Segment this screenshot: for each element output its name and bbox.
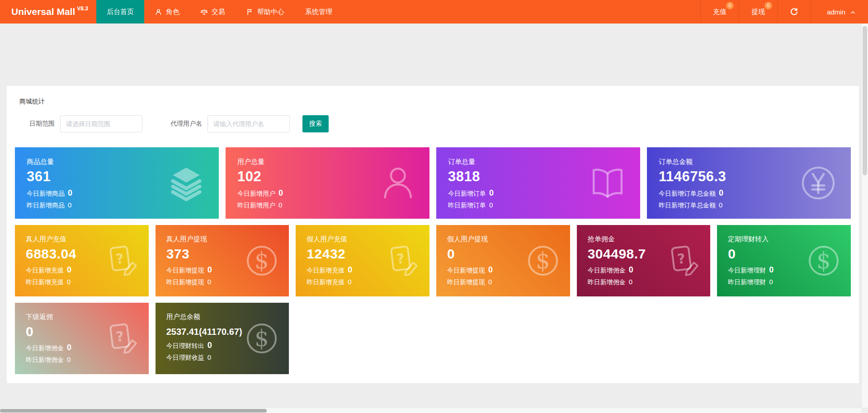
card-today-value: 0	[629, 265, 633, 275]
card-today-value: 0	[769, 265, 774, 275]
panel-title: 商城统计	[19, 97, 851, 106]
card-today-value: 0	[67, 265, 71, 275]
card-yesterday-label: 昨日新增佣金	[588, 278, 626, 286]
card-today-label: 今日新增理财	[728, 267, 766, 275]
svg-text:?: ?	[677, 250, 687, 267]
scales-icon	[200, 8, 208, 16]
svg-text:$: $	[536, 248, 550, 274]
header-action-label: 提现	[751, 8, 765, 16]
vertical-scrollbar-thumb[interactable]	[863, 26, 867, 175]
user-menu[interactable]: admin	[811, 0, 868, 23]
badge: 0	[764, 2, 772, 9]
card-yesterday-value: 0	[208, 278, 211, 286]
card-yesterday-label: 今日理财收益	[166, 354, 204, 362]
header-action-recharge[interactable]: 充值 0	[700, 0, 739, 23]
card-today-label: 今日新增佣金	[26, 344, 64, 352]
nav-item-roles[interactable]: 角色	[144, 0, 190, 23]
yen-icon	[798, 163, 838, 203]
doc-icon: ?	[104, 320, 140, 357]
card-yesterday-value: 0	[629, 278, 632, 286]
card-today-label: 今日新增用户	[237, 190, 275, 198]
card-yesterday-label: 昨日新增商品	[27, 202, 65, 210]
card-yesterday-label: 昨日新增提现	[166, 278, 204, 286]
agent-name-input[interactable]	[208, 115, 290, 132]
card-yesterday-line: 昨日新增提现 0	[447, 278, 559, 286]
date-range-label: 日期范围	[29, 120, 55, 128]
main-nav: 后台首页 角色 交易 帮助中心 系统管理	[96, 0, 343, 23]
nav-item-label: 角色	[166, 8, 179, 16]
card-today-label: 今日新增提现	[166, 267, 204, 275]
doc-icon: ?	[665, 243, 701, 279]
card-yesterday-value: 0	[208, 353, 211, 361]
card-yesterday-value: 0	[67, 278, 71, 286]
card-yesterday-label: 昨日新增充值	[26, 278, 64, 286]
card-yesterday-label: 昨日新增用户	[237, 202, 275, 210]
chevron-up-icon	[849, 8, 856, 16]
card-today-label: 今日新增商品	[27, 190, 65, 198]
card-yesterday-label: 昨日新增提现	[447, 278, 485, 286]
card-yesterday-line: 昨日新增充值 0	[26, 278, 138, 286]
user-icon	[155, 8, 162, 16]
horizontal-scrollbar-thumb[interactable]	[0, 409, 267, 413]
card-yesterday-line: 昨日新增理财 0	[728, 278, 840, 286]
card-today-value: 0	[68, 188, 72, 198]
top-header: Universal Mall V8.3 后台首页 角色 交易 帮助中心 系统管理…	[0, 0, 868, 23]
nav-item-system[interactable]: 系统管理	[295, 0, 343, 23]
card-today-label: 今日新增充值	[26, 267, 64, 275]
date-range-input[interactable]	[60, 115, 142, 132]
stat-card-grid: 商品总量 361 今日新增商品 0 昨日新增商品 0 用户总量 102 今日新增…	[15, 147, 851, 374]
app-title: Universal Mall	[11, 6, 75, 17]
card-yesterday-value: 0	[488, 278, 492, 286]
dollar-icon: $	[244, 320, 280, 357]
card-orders-total: 订单总量 3818 今日新增订单 0 昨日新增订单 0	[436, 147, 640, 219]
card-yesterday-value: 0	[348, 278, 351, 286]
layers-icon	[166, 163, 206, 203]
svg-text:$: $	[255, 248, 269, 274]
badge: 0	[726, 2, 734, 9]
card-today-value: 0	[348, 265, 352, 275]
user-icon	[377, 163, 417, 203]
card-yesterday-value: 0	[278, 201, 282, 209]
agent-name-label: 代理用户名	[170, 120, 202, 128]
header-action-withdraw[interactable]: 提现 0	[739, 0, 777, 23]
svg-text:?: ?	[396, 250, 406, 267]
card-yesterday-line: 昨日新增充值 0	[307, 278, 419, 286]
nav-item-trade[interactable]: 交易	[190, 0, 236, 23]
horizontal-scrollbar[interactable]	[0, 408, 861, 413]
refresh-button[interactable]	[777, 0, 811, 23]
search-button[interactable]: 搜索	[302, 115, 329, 132]
filter-form: 日期范围 代理用户名 搜索	[29, 115, 851, 132]
vertical-scrollbar[interactable]	[861, 23, 868, 408]
header-action-label: 充值	[713, 8, 726, 16]
app-version: V8.3	[77, 5, 88, 12]
book-icon	[588, 163, 627, 203]
card-today-label: 今日新增订单	[448, 190, 486, 198]
svg-text:$: $	[255, 325, 269, 352]
username: admin	[827, 8, 845, 16]
svg-text:?: ?	[115, 250, 125, 267]
nav-item-label: 帮助中心	[257, 8, 284, 16]
card-orders-amount: 订单总金额 1146756.3 今日新增订单总金额 0 昨日新增订单总金额 0	[647, 147, 851, 219]
card-sub-rebate: 下级返佣 0 今日新增佣金 0 昨日新增佣金 0 ?	[15, 303, 149, 374]
card-yesterday-label: 昨日新增订单总金额	[659, 202, 716, 210]
card-yesterday-label: 昨日新增佣金	[26, 356, 64, 364]
card-yesterday-value: 0	[769, 278, 773, 286]
card-today-value: 0	[67, 343, 71, 352]
dollar-icon: $	[525, 243, 561, 279]
card-fake-user-withdraw: 假人用户提现 0 今日新增提现 0 昨日新增提现 0 $	[436, 225, 570, 296]
card-today-value: 0	[208, 265, 212, 275]
svg-text:$: $	[816, 248, 831, 274]
card-today-value: 0	[489, 188, 494, 198]
card-yesterday-label: 昨日新增订单	[448, 202, 486, 210]
card-today-label: 今日新增订单总金额	[659, 190, 716, 198]
flag-icon	[246, 8, 254, 16]
dollar-icon: $	[244, 243, 280, 279]
card-yesterday-label: 昨日新增理财	[728, 278, 766, 286]
nav-item-label: 系统管理	[305, 8, 332, 16]
app-logo: Universal Mall V8.3	[0, 0, 96, 23]
doc-icon: ?	[384, 243, 420, 279]
nav-item-help[interactable]: 帮助中心	[236, 0, 295, 23]
nav-item-home[interactable]: 后台首页	[96, 0, 144, 23]
card-yesterday-line: 昨日新增佣金 0	[588, 278, 700, 286]
card-user-total-balance: 用户总余额 2537.41(41170.67) 今日理财转出 0 今日理财收益 …	[156, 303, 289, 374]
